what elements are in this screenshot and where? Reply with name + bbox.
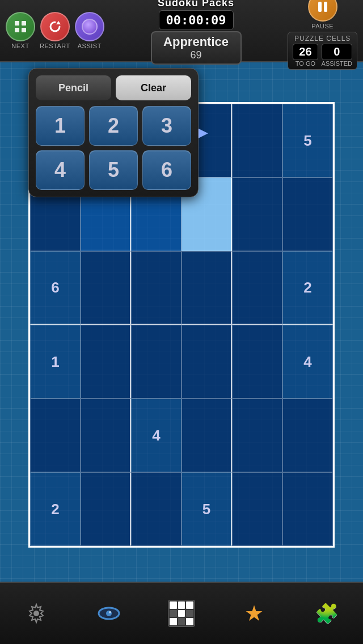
number-buttons-grid: 123456 [36,106,191,190]
number-4-button[interactable]: 4 [36,150,85,190]
puzzle-icon: 🧩 [313,600,340,627]
svg-rect-6 [324,2,327,12]
sudoku-cell[interactable]: 2 [30,472,81,546]
pause-label: Pause [311,23,334,29]
header: Next Restart Assist Sudoku Packs 00:00:0… [0,0,363,62]
svg-point-9 [106,611,112,616]
sudoku-cell[interactable] [182,399,232,472]
bottom-toolbar: ★ 🧩 [0,582,363,644]
sudoku-cell[interactable] [81,399,131,472]
next-button[interactable]: Next [6,12,35,49]
to-go-column: 26 To Go [293,44,318,67]
timer-display: 00:00:09 [159,10,234,30]
next-label: Next [11,43,29,49]
svg-rect-0 [15,21,19,26]
sudoku-cell[interactable] [282,472,333,546]
svg-point-7 [33,611,39,616]
settings-button[interactable] [23,600,50,627]
sudoku-cell[interactable] [81,325,131,399]
sudoku-cell[interactable] [131,251,182,325]
puzzle-cells-title: Puzzle Cells [293,35,352,43]
to-go-label: To Go [293,60,318,67]
to-go-count: 26 [293,44,318,60]
pencil-label: Pencil [58,82,88,94]
header-center: Sudoku Packs 00:00:09 Apprentice 69 [151,0,242,65]
clear-button[interactable]: Clear [116,75,191,100]
settings-icon [23,600,50,627]
number-3-button[interactable]: 3 [142,106,191,146]
number-input-popup: Pencil Clear 123456 ▶ [28,68,199,197]
puzzle-name: Apprentice [161,35,231,49]
grid-cell-5 [178,610,185,617]
restart-button[interactable]: Restart [40,12,70,49]
number-1-button[interactable]: 1 [36,106,85,146]
sudoku-cell[interactable] [30,399,81,472]
sudoku-cell[interactable] [282,399,333,472]
grid-cell-4 [170,610,177,617]
sudoku-cell[interactable] [232,399,282,472]
puzzle-packs-button[interactable]: 🧩 [313,600,340,627]
assisted-label: Assisted [322,60,352,67]
sudoku-cell[interactable] [232,251,282,325]
grid-view-button[interactable] [168,600,195,627]
number-6-button[interactable]: 6 [142,150,191,190]
pencil-button[interactable]: Pencil [36,75,111,100]
sudoku-cell[interactable]: 4 [282,325,333,399]
puzzle-info: Apprentice 69 [151,31,242,65]
grid-cell-2 [178,601,185,609]
sudoku-cell[interactable] [232,325,282,399]
svg-rect-5 [318,2,322,12]
sudoku-cell[interactable] [131,472,182,546]
sudoku-cell[interactable] [81,251,131,325]
clear-label: Clear [141,82,166,94]
header-nav-left: Next Restart Assist [6,12,104,49]
number-2-button[interactable]: 2 [89,106,138,146]
number-5-button[interactable]: 5 [89,150,138,190]
svg-rect-1 [22,21,26,26]
popup-top-row: Pencil Clear [36,75,191,100]
sudoku-cell[interactable] [182,325,232,399]
sudoku-cell[interactable] [131,325,182,399]
restart-icon [40,12,70,41]
restart-label: Restart [40,43,70,49]
sudoku-cell[interactable] [182,251,232,325]
arrow-indicator: ▶ [199,125,208,140]
svg-point-10 [109,611,111,613]
next-icon [6,12,35,41]
grid-cell-8 [178,618,185,625]
sudoku-cell[interactable]: 2 [282,251,333,325]
assist-button[interactable]: Assist [75,12,104,49]
sudoku-cell[interactable]: 6 [30,251,81,325]
pause-button[interactable]: Pause [308,0,337,29]
sudoku-cell[interactable] [232,177,282,251]
sudoku-cell[interactable] [81,472,131,546]
svg-rect-3 [22,28,26,32]
grid-cell-1 [170,601,177,609]
header-right: Pause Puzzle Cells 26 To Go 0 Assisted [288,0,357,70]
svg-rect-2 [15,28,19,32]
assisted-column: 0 Assisted [322,44,352,67]
assist-icon [75,12,104,41]
star-icon: ★ [240,600,268,627]
sudoku-cell[interactable] [232,472,282,546]
sudoku-cell[interactable]: 5 [282,104,333,177]
favorites-button[interactable]: ★ [240,600,268,627]
sudoku-cell[interactable]: 4 [131,399,182,472]
puzzle-cells-panel: Puzzle Cells 26 To Go 0 Assisted [288,32,357,70]
sudoku-cell[interactable] [232,104,282,177]
puzzle-number: 69 [161,49,231,61]
sudoku-cell[interactable]: 5 [182,472,232,546]
grid-cell-7 [170,618,177,625]
svg-marker-4 [56,21,61,24]
sudoku-cell[interactable]: 1 [30,325,81,399]
assisted-count: 0 [322,44,352,60]
puzzle-cells-row: 26 To Go 0 Assisted [293,44,352,67]
assist-label: Assist [78,43,102,49]
sudoku-cell[interactable] [282,177,333,251]
eye-icon [95,600,123,627]
eye-button[interactable] [95,600,123,627]
grid-view-icon [168,600,195,627]
app-title: Sudoku Packs [158,0,234,9]
grid-cell-3 [186,601,193,609]
grid-cell-6 [186,610,193,617]
